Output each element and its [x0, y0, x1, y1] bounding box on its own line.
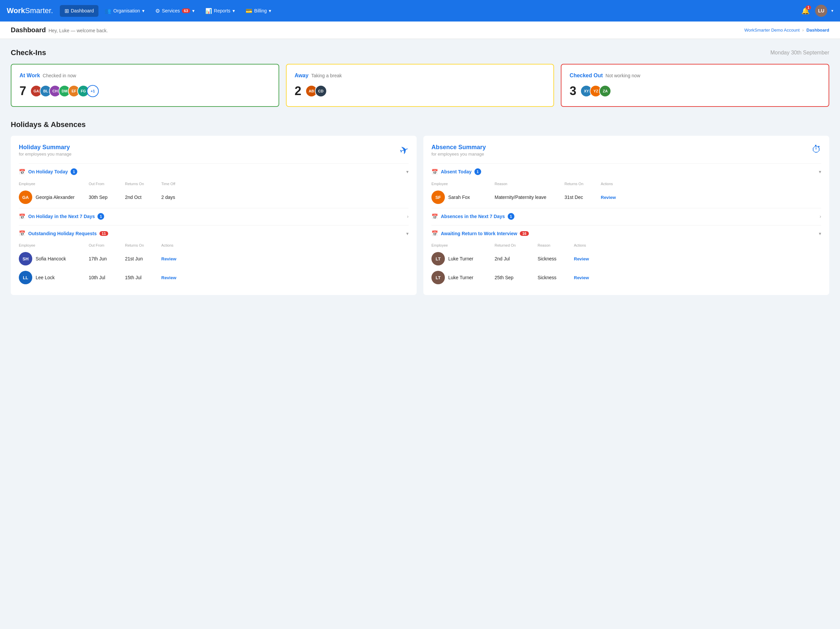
checked-out-desc: Not working now [605, 73, 640, 78]
sofia-out-from: 17th Jun [89, 256, 122, 261]
nav-services[interactable]: ⚙ Services 63 ▾ [150, 5, 199, 17]
plane-icon: ✈ [398, 143, 410, 158]
absence-card: Absence Summary for employees you manage… [423, 136, 829, 295]
organisation-icon: 👥 [104, 8, 111, 14]
checkins-header: Check-Ins Monday 30th September [11, 48, 829, 57]
organisation-dropdown-icon: ▾ [142, 8, 144, 13]
holiday-card: Holiday Summary for employees you manage… [11, 136, 417, 295]
checkin-cards-container: At Work Checked in now 7 GA BL CH DM EF … [11, 64, 829, 107]
holiday-card-title: Holiday Summary [19, 144, 71, 151]
return-to-work-section: 📅 Awaiting Return to Work Interview 16 ▾… [431, 225, 821, 287]
return-to-work-label: Awaiting Return to Work Interview [441, 231, 517, 236]
col-label-ret: Returns On [125, 243, 159, 247]
sarah-returns-on: 31st Dec [564, 194, 598, 200]
ha-grid: Holiday Summary for employees you manage… [11, 136, 829, 295]
away-desc: Taking a break [311, 73, 342, 78]
avatar: CD [315, 85, 327, 97]
employee-info-luke1: LT Luke Turner [431, 252, 492, 266]
absences-next-7-header[interactable]: 📅 Absences in the Next 7 Days 1 › [431, 213, 821, 224]
employee-info-lee: LL Lee Lock [19, 271, 86, 284]
rtw-header-row: Employee Returned On Reason Actions [431, 240, 821, 249]
luke2-returned-on: 25th Sep [494, 275, 535, 280]
outstanding-requests-section: 📅 Outstanding Holiday Requests 11 ▾ Empl… [19, 225, 409, 287]
return-to-work-chevron: ▾ [819, 231, 821, 236]
outstanding-requests-badge: 11 [99, 231, 108, 236]
holiday-card-header: Holiday Summary for employees you manage… [19, 144, 409, 156]
reports-dropdown-icon: ▾ [232, 8, 235, 13]
user-avatar[interactable]: LU [815, 5, 827, 17]
avatar-more: +1 [87, 85, 99, 97]
ha-section-title: Holidays & Absences [11, 120, 829, 129]
sofia-review-action[interactable]: Review [161, 256, 409, 261]
luke1-returned-on: 2nd Jul [494, 256, 535, 261]
return-to-work-badge: 16 [520, 231, 529, 236]
rtw-row-luke2: LT Luke Turner 25th Sep Sickness Review [431, 268, 821, 287]
notification-count: 1 [806, 5, 811, 10]
employee-info-luke2: LT Luke Turner [431, 271, 492, 284]
nav-dashboard[interactable]: ⊞ Dashboard [60, 5, 99, 17]
absence-card-subtitle: for employees you manage [431, 152, 486, 156]
absences-next-7-left: 📅 Absences in the Next 7 Days 1 [431, 213, 515, 220]
holiday-next-7-chevron: › [407, 214, 409, 219]
absent-today-badge: 1 [474, 168, 481, 175]
billing-icon: 💳 [246, 8, 252, 14]
account-link[interactable]: WorkSmarter Demo Account [744, 28, 799, 33]
nav-billing[interactable]: 💳 Billing ▾ [241, 5, 276, 17]
absence-card-title: Absence Summary [431, 144, 486, 151]
absence-card-header: Absence Summary for employees you manage… [431, 144, 821, 156]
user-dropdown-icon[interactable]: ▾ [831, 8, 833, 13]
sarah-review-action[interactable]: Review [601, 195, 821, 200]
holiday-card-title-block: Holiday Summary for employees you manage [19, 144, 71, 156]
main-content: Check-Ins Monday 30th September At Work … [0, 39, 840, 304]
employee-name-georgia: Georgia Alexander [36, 194, 74, 200]
outstanding-row-lee: LL Lee Lock 10th Jul 15th Jul Review [19, 268, 409, 287]
at-work-bottom: 7 GA BL CH DM EF FG +1 [19, 84, 270, 98]
rtw-col-actions: Actions [574, 243, 821, 247]
abs-col-employee: Employee [431, 182, 492, 186]
at-work-status-line: At Work Checked in now [19, 73, 270, 79]
nav-organisation[interactable]: 👥 Organisation ▾ [100, 5, 149, 17]
rtw-row-luke1: LT Luke Turner 2nd Jul Sickness Review [431, 249, 821, 268]
employee-name-sarah: Sarah Fox [448, 194, 470, 200]
avatar-sofia: SH [19, 252, 32, 266]
outstanding-header-row: Employee Out From Returns On Actions [19, 240, 409, 249]
col-label-out-from: Out From [89, 182, 122, 186]
returns-on-georgia: 2nd Oct [125, 194, 159, 200]
page-title: Dashboard [11, 26, 46, 34]
on-holiday-today-header[interactable]: 📅 On Holiday Today 1 ▾ [19, 168, 409, 179]
absence-icon: ⏱ [812, 144, 821, 155]
lee-out-from: 10th Jul [89, 275, 122, 280]
breadcrumb-separator: › [802, 28, 804, 33]
luke1-review-action[interactable]: Review [574, 256, 821, 261]
absent-today-chevron: ▾ [819, 169, 821, 174]
rtw-col-employee: Employee [431, 243, 492, 247]
luke2-review-action[interactable]: Review [574, 275, 821, 280]
employee-name-sofia: Sofia Hancock [36, 256, 66, 261]
nav-reports[interactable]: 📊 Reports ▾ [201, 5, 240, 17]
absent-today-header-row: Employee Reason Returns On Actions [431, 179, 821, 188]
dashboard-icon: ⊞ [65, 8, 69, 14]
employee-info-georgia: GA Georgia Alexander [19, 191, 86, 204]
lee-review-action[interactable]: Review [161, 275, 409, 280]
return-to-work-header[interactable]: 📅 Awaiting Return to Work Interview 16 ▾ [431, 230, 821, 240]
services-badge: 63 [182, 8, 190, 13]
absent-today-section: 📅 Absent Today 1 ▾ Employee Reason Retur… [431, 163, 821, 207]
holiday-today-header-row: Employee Out From Returns On Time Off [19, 179, 409, 188]
away-label: Away [295, 73, 309, 79]
employee-name-luke1: Luke Turner [448, 256, 474, 261]
employee-info-sarah: SF Sarah Fox [431, 191, 492, 204]
absent-today-header[interactable]: 📅 Absent Today 1 ▾ [431, 168, 821, 179]
breadcrumb-bar: Dashboard Hey, Luke — welcome back. Work… [0, 22, 840, 39]
checkins-title: Check-Ins [11, 48, 46, 57]
checkin-card-at-work[interactable]: At Work Checked in now 7 GA BL CH DM EF … [11, 64, 279, 107]
checkin-card-checked-out[interactable]: Checked Out Not working now 3 XY YZ ZA [561, 64, 829, 107]
holiday-next-7-header[interactable]: 📅 On Holiday in the Next 7 Days 1 › [19, 213, 409, 224]
holiday-next-7-badge: 1 [98, 213, 104, 220]
return-to-work-left: 📅 Awaiting Return to Work Interview 16 [431, 230, 529, 237]
outstanding-requests-header[interactable]: 📅 Outstanding Holiday Requests 11 ▾ [19, 230, 409, 240]
brand-logo[interactable]: WorkSmarter. [7, 6, 53, 15]
rtw-col-reason: Reason [538, 243, 571, 247]
avatar-luke1: LT [431, 252, 445, 266]
notifications-button[interactable]: 🔔 1 [800, 5, 811, 16]
checkin-card-away[interactable]: Away Taking a break 2 AB CD [286, 64, 554, 107]
